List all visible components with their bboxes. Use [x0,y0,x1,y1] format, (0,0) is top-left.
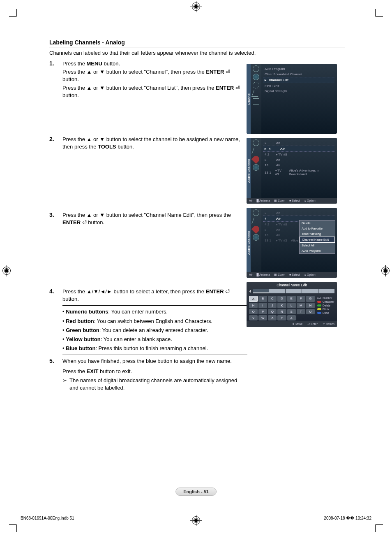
keyboard-key[interactable]: T [297,309,305,314]
footer-return[interactable]: ↶ Return [323,323,334,326]
label: Option [307,273,316,276]
keyboard-key[interactable]: O [249,309,258,314]
keyboard-key[interactable]: G [306,296,315,302]
popup-item[interactable]: Channel Name Edit [300,237,335,243]
text: Press the [62,368,87,374]
char-slot[interactable] [318,289,334,293]
enter-icon: ⏎ [225,288,230,295]
channel-row[interactable]: 2Air [263,210,334,216]
keyboard-key[interactable]: N [306,303,315,308]
step-number: 2. [49,136,62,142]
menu-item-signal-strength[interactable]: Signal Strength [263,88,334,94]
note-text: The names of digital broadcasting channe… [69,377,247,392]
footer-select[interactable]: ■ Select [289,199,300,202]
application-icon [253,98,259,105]
menu-item-channel-list[interactable]: ▸ Channel List [263,77,334,83]
keyboard-key[interactable]: B [258,296,267,302]
osd-channel-list-popup: Added Channels 2Air4Air4-2TV #88Air13Air… [247,208,337,278]
legend-item: Blank [317,308,335,311]
keyboard-legend: 0~9NumberCharacterDeleteBlankDone [317,296,335,321]
text: Press the [62,60,87,67]
keyboard-key[interactable]: W [258,315,267,320]
programmed-icon [253,164,259,171]
all-icon [253,209,259,216]
popup-item[interactable]: Add to Favorite [300,226,335,231]
keyboard-key[interactable]: C [268,296,277,302]
favorite-icon [251,225,261,234]
footer-antenna[interactable]: █ Antenna [257,199,270,202]
name-chars [253,289,334,293]
step-number: 1. [49,60,62,67]
channel-row[interactable]: 2Air [263,140,334,146]
keyboard-key[interactable]: P [258,309,267,314]
label: Enter [311,323,318,325]
label: Channel List [269,78,288,82]
footer-zoom[interactable]: ▦ Zoom [274,273,285,276]
keyboard-key[interactable]: H [249,303,258,308]
keyboard-key[interactable]: D [277,296,286,302]
popup-item[interactable]: Delete [300,221,335,226]
menu-button-label: MENU [87,60,102,67]
keyboard-key[interactable]: F [297,296,305,302]
keyboard-key[interactable]: V [249,315,258,320]
footer-zoom[interactable]: ▦ Zoom [274,199,285,202]
footer-move[interactable]: ✥ Move [292,323,302,326]
added-icon [251,218,261,224]
text: : You can delete an already entered char… [99,327,208,333]
note-icon: ➢ [62,377,67,384]
registration-mark-top [192,2,200,11]
keyboard-key[interactable]: Q [268,309,277,314]
keyboard-key[interactable]: I [258,303,267,308]
enter-icon: ⏎ [235,85,240,91]
footer-enter[interactable]: ⏎ Enter [307,323,318,326]
keyboard-key[interactable]: A [249,296,258,302]
menu-item-clear-scrambled[interactable]: Clear Scrambled Channel [263,72,334,77]
keyboard-key[interactable]: J [268,303,277,308]
popup-item[interactable]: Timer Viewing [300,231,335,237]
keyboard-key[interactable]: L [287,303,296,308]
step-text: When you have finished, press the blue b… [62,358,247,392]
keyboard-key[interactable]: Z [287,315,296,320]
keyboard-key[interactable]: R [277,309,286,314]
keyboard-key[interactable]: S [287,309,296,314]
crop-mark [375,9,376,16]
text: button. [62,296,79,302]
footer-select[interactable]: ■ Select [289,273,300,276]
keyboard-key[interactable]: K [277,303,286,308]
channel-row[interactable]: 13-1TV #3Alice's Adventures in Wonderlan… [263,168,334,177]
popup-item[interactable]: Select All [300,243,335,248]
keyboard-key[interactable]: X [268,315,277,320]
text: button. [87,219,104,225]
footer-option[interactable]: ♫ Option [304,273,316,276]
enter-button-label: ENTER [206,69,224,75]
keyboard-key[interactable]: U [306,309,315,314]
channel-row[interactable]: 13Air [263,163,334,168]
label: Return [326,323,334,325]
enter-button-label: ENTER [205,288,224,295]
popup-item[interactable]: Auto Program [300,248,335,253]
section-title: Labeling Channels - Analog [49,39,345,47]
osd-side-label: Added Channels [247,208,251,278]
menu-item-fine-tune[interactable]: Fine Tune [263,83,334,88]
text: button. [62,92,79,98]
char-slot[interactable] [302,289,318,293]
channel-row[interactable]: ▸4Air [263,146,334,152]
footer-option[interactable]: ♫ Option [304,199,316,202]
keyboard-key[interactable]: Y [277,315,286,320]
text: button to exit. [98,368,132,374]
char-cursor[interactable] [253,289,269,293]
menu-item-auto-program[interactable]: Auto Program [263,66,334,72]
channel-row[interactable]: 8Air [263,157,334,163]
char-slot[interactable] [269,289,285,293]
keyboard-key[interactable]: E [287,296,296,302]
step-number: 3. [49,211,62,218]
all-icon [253,139,259,146]
intro-text: Channels can labeled so that their call … [49,50,345,56]
text: : You can switch between English and Cha… [94,318,212,324]
footer-antenna[interactable]: █ Antenna [257,273,270,276]
keyboard-key[interactable]: M [297,303,305,308]
favorite-icon [251,155,261,164]
char-slot[interactable] [286,289,302,293]
bullet-box: Numeric buttons: You can enter numbers. … [62,305,247,355]
channel-row[interactable]: 4-2TV #8 [263,152,334,157]
